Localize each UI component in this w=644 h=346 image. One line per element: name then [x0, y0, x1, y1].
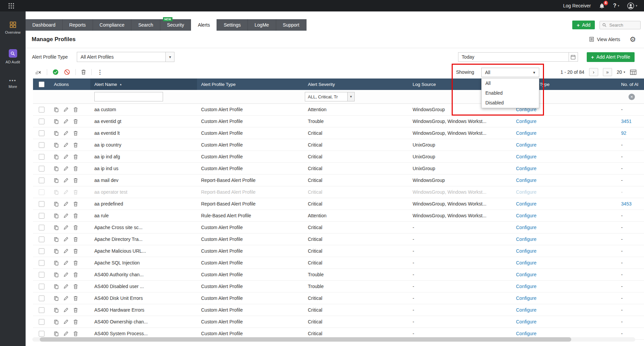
configure-link[interactable]: Configure	[516, 166, 537, 171]
configure-link[interactable]: Configure	[516, 272, 537, 277]
row-checkbox[interactable]	[39, 142, 44, 148]
copy-icon[interactable]	[54, 284, 59, 289]
configure-link[interactable]: Configure	[516, 225, 537, 230]
edit-pencil-icon[interactable]	[64, 284, 68, 289]
row-checkbox[interactable]	[39, 307, 44, 313]
add-button[interactable]: + Add	[572, 21, 595, 29]
disable-block-icon[interactable]	[64, 69, 70, 75]
delete-trash-icon[interactable]	[73, 190, 78, 195]
row-checkbox[interactable]	[39, 331, 44, 337]
copy-icon[interactable]	[54, 213, 59, 218]
showing-select[interactable]: All ▼	[481, 68, 539, 77]
copy-icon[interactable]	[54, 154, 59, 159]
delete-trash-icon[interactable]	[73, 131, 78, 136]
alert-profile-type-select[interactable]: All Alert Profiles ▼	[77, 52, 174, 62]
sidebar-item-ad-audit[interactable]: AD Audit	[6, 49, 20, 64]
edit-pencil-icon[interactable]	[64, 143, 68, 147]
edit-pencil-icon[interactable]	[64, 107, 68, 112]
tab-search[interactable]: Search	[131, 19, 160, 31]
showing-option[interactable]: All	[482, 78, 539, 88]
help-menu[interactable]: ? ▾	[613, 3, 619, 9]
copy-icon[interactable]	[54, 308, 59, 313]
clear-filter-icon[interactable]: ✕	[629, 94, 635, 100]
edit-pencil-icon[interactable]	[64, 308, 68, 312]
row-checkbox[interactable]	[39, 166, 44, 171]
tab-settings[interactable]: Settings	[217, 19, 248, 31]
app-grid-icon[interactable]	[8, 3, 14, 9]
sidebar-item-overview[interactable]: Overview	[5, 22, 21, 34]
copy-icon[interactable]	[54, 119, 59, 124]
edit-pencil-icon[interactable]	[64, 190, 68, 194]
configure-link[interactable]: Configure	[516, 319, 537, 324]
copy-icon[interactable]	[54, 249, 59, 254]
delete-trash-icon[interactable]	[73, 119, 78, 124]
delete-trash-icon[interactable]	[73, 319, 78, 324]
copy-icon[interactable]	[54, 260, 59, 265]
row-checkbox[interactable]	[39, 189, 44, 195]
edit-pencil-icon[interactable]	[64, 249, 68, 253]
select-all-checkbox[interactable]	[39, 82, 44, 87]
delete-trash-icon[interactable]	[73, 237, 78, 242]
alert-name-filter-input[interactable]	[94, 92, 163, 101]
edit-pencil-icon[interactable]	[64, 178, 68, 183]
delete-trash-icon[interactable]	[73, 308, 78, 313]
severity-filter-select[interactable]: ALL, Critical, Tr ▼	[305, 92, 355, 101]
configure-link[interactable]: Configure	[516, 201, 537, 207]
edit-pencil-icon[interactable]	[64, 331, 68, 336]
configure-link[interactable]: Configure	[516, 154, 537, 159]
delete-trash-icon[interactable]	[73, 107, 78, 112]
copy-icon[interactable]	[54, 225, 59, 230]
row-checkbox[interactable]	[39, 213, 44, 219]
delete-trash-icon[interactable]	[73, 296, 78, 301]
delete-trash-icon[interactable]	[73, 201, 78, 207]
configure-link[interactable]: Configure	[516, 284, 537, 289]
delete-trash-icon[interactable]	[73, 331, 78, 336]
configure-link[interactable]: Configure	[516, 178, 537, 183]
delete-trash-icon[interactable]	[73, 249, 78, 254]
row-checkbox[interactable]	[39, 295, 44, 301]
row-checkbox[interactable]	[39, 237, 44, 242]
clear-alert-icon[interactable]	[35, 69, 41, 75]
edit-pencil-icon[interactable]	[64, 296, 68, 301]
copy-icon[interactable]	[54, 178, 59, 183]
log-receiver-link[interactable]: Log Receiver	[563, 3, 591, 8]
row-checkbox[interactable]	[39, 130, 44, 136]
sidebar-item-more[interactable]: ••• More	[8, 79, 17, 89]
configure-link[interactable]: Configure	[516, 213, 537, 218]
configure-link[interactable]: Configure	[516, 248, 537, 254]
column-alert-severity[interactable]: Alert Severity	[304, 82, 409, 87]
delete-trash-icon[interactable]	[73, 166, 78, 171]
copy-icon[interactable]	[54, 296, 59, 301]
row-checkbox[interactable]	[39, 319, 44, 325]
row-checkbox[interactable]	[39, 107, 44, 113]
copy-icon[interactable]	[54, 201, 59, 207]
copy-icon[interactable]	[54, 107, 59, 112]
row-checkbox[interactable]	[39, 119, 44, 124]
tab-compliance[interactable]: Compliance	[93, 19, 132, 31]
configure-link[interactable]: Configure	[516, 119, 537, 124]
row-checkbox[interactable]	[39, 201, 44, 207]
delete-trash-icon[interactable]	[73, 260, 78, 265]
add-alert-profile-button[interactable]: + Add Alert Profile	[587, 52, 635, 62]
delete-trash-icon[interactable]	[73, 143, 78, 148]
configure-link[interactable]: Configure	[516, 295, 537, 301]
date-range-picker[interactable]: Today	[458, 52, 578, 62]
tab-security[interactable]: NEW Security	[160, 19, 191, 31]
showing-option[interactable]: Disabled	[482, 98, 539, 108]
edit-pencil-icon[interactable]	[64, 166, 68, 171]
tab-alerts[interactable]: Alerts	[191, 19, 217, 31]
column-alert-profile-type[interactable]: Alert Profile Type	[197, 82, 304, 87]
edit-pencil-icon[interactable]	[64, 260, 68, 265]
copy-icon[interactable]	[54, 131, 59, 136]
search-input[interactable]	[609, 22, 636, 28]
column-chooser-icon[interactable]	[630, 69, 637, 75]
configure-link[interactable]: Configure	[516, 331, 537, 336]
row-checkbox[interactable]	[39, 225, 44, 230]
tab-reports[interactable]: Reports	[63, 19, 93, 31]
copy-icon[interactable]	[54, 190, 59, 195]
delete-icon[interactable]	[81, 69, 86, 75]
configure-link[interactable]: Configure	[516, 260, 537, 265]
calendar-icon[interactable]	[569, 53, 578, 61]
tab-support[interactable]: Support	[276, 19, 307, 31]
row-checkbox[interactable]	[39, 248, 44, 254]
